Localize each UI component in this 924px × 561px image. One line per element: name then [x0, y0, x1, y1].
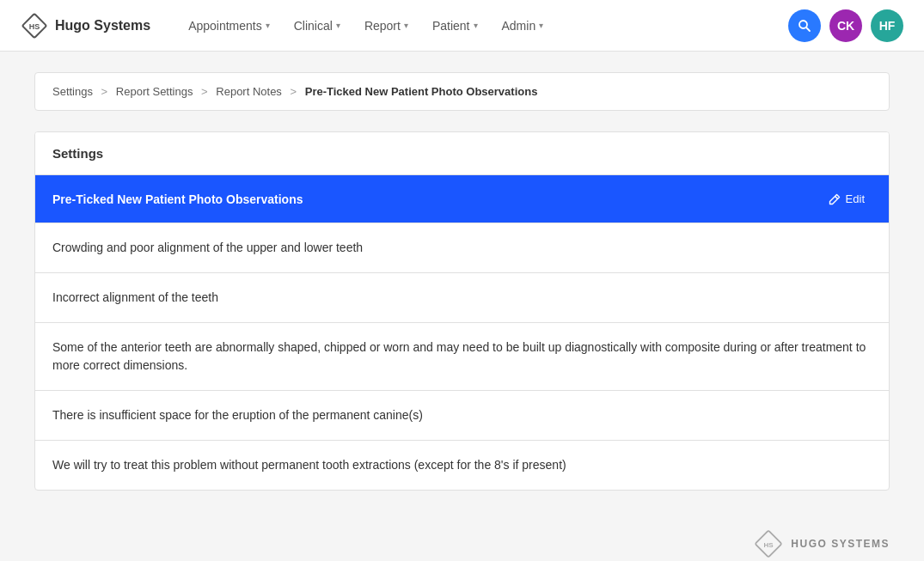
- active-note-title: Pre-Ticked New Patient Photo Observation…: [52, 192, 303, 206]
- breadcrumb-sep-3: >: [291, 85, 300, 98]
- svg-text:HS: HS: [29, 22, 40, 31]
- search-icon: [798, 19, 811, 33]
- logo-icon: HS: [21, 12, 48, 40]
- nav-item-appointments[interactable]: Appointments ▾: [178, 12, 280, 40]
- logo[interactable]: HS Hugo Systems: [21, 12, 150, 40]
- nav-links: Appointments ▾ Clinical ▾ Report ▾ Patie…: [178, 12, 554, 40]
- footer-logo-icon: HS: [753, 528, 784, 559]
- chevron-down-icon: ▾: [539, 21, 543, 30]
- breadcrumb-report-notes[interactable]: Report Notes: [216, 85, 282, 98]
- pencil-icon: [829, 193, 841, 205]
- svg-text:HS: HS: [764, 541, 774, 549]
- main-content: Settings > Report Settings > Report Note…: [0, 52, 924, 511]
- chevron-down-icon: ▾: [336, 21, 340, 30]
- svg-line-3: [806, 27, 810, 31]
- breadcrumb-current: Pre-Ticked New Patient Photo Observation…: [305, 85, 538, 98]
- notes-list: Crowding and poor alignment of the upper…: [35, 223, 889, 490]
- avatar-hf[interactable]: HF: [871, 9, 903, 42]
- active-note-row: Pre-Ticked New Patient Photo Observation…: [35, 175, 889, 223]
- note-row: We will try to treat this problem withou…: [35, 440, 889, 490]
- footer-brand-name: HUGO SYSTEMS: [791, 538, 890, 550]
- nav-item-patient[interactable]: Patient ▾: [422, 12, 488, 40]
- breadcrumb-sep-1: >: [101, 85, 111, 98]
- settings-card: Settings Pre-Ticked New Patient Photo Ob…: [34, 131, 890, 491]
- footer: HS HUGO SYSTEMS: [0, 511, 924, 561]
- edit-button[interactable]: Edit: [822, 189, 872, 209]
- breadcrumb-sep-2: >: [201, 85, 211, 98]
- breadcrumb-settings[interactable]: Settings: [52, 85, 93, 98]
- nav-item-admin[interactable]: Admin ▾: [492, 12, 554, 40]
- note-row: There is insufficient space for the erup…: [35, 390, 889, 440]
- chevron-down-icon: ▾: [404, 21, 408, 30]
- nav-item-clinical[interactable]: Clinical ▾: [284, 12, 351, 40]
- note-row: Crowding and poor alignment of the upper…: [35, 223, 889, 272]
- breadcrumb-container: Settings > Report Settings > Report Note…: [34, 72, 890, 111]
- chevron-down-icon: ▾: [474, 21, 478, 30]
- chevron-down-icon: ▾: [266, 21, 270, 30]
- svg-line-4: [835, 196, 837, 198]
- avatar-ck[interactable]: CK: [829, 9, 862, 42]
- nav-right: CK HF: [788, 9, 903, 42]
- settings-card-header: Settings: [35, 132, 889, 175]
- breadcrumb: Settings > Report Settings > Report Note…: [52, 85, 872, 98]
- note-row: Some of the anterior teeth are abnormall…: [35, 322, 889, 390]
- brand-name: Hugo Systems: [55, 18, 150, 34]
- note-row: Incorrect alignment of the teeth: [35, 272, 889, 322]
- nav-item-report[interactable]: Report ▾: [354, 12, 419, 40]
- navbar: HS Hugo Systems Appointments ▾ Clinical …: [0, 0, 924, 52]
- search-button[interactable]: [788, 9, 821, 42]
- nav-left: HS Hugo Systems Appointments ▾ Clinical …: [21, 12, 554, 40]
- breadcrumb-report-settings[interactable]: Report Settings: [116, 85, 193, 98]
